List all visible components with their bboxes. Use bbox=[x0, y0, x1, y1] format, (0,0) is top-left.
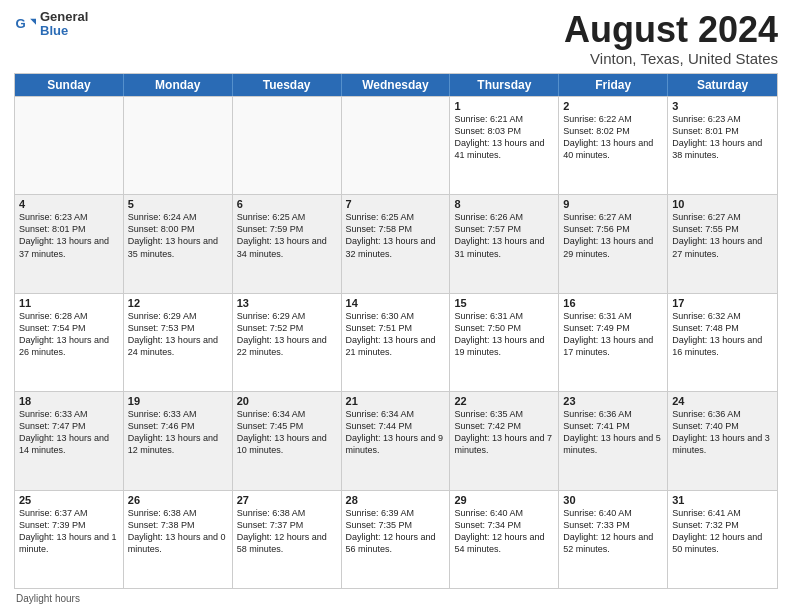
header-day-monday: Monday bbox=[124, 74, 233, 96]
day-number: 3 bbox=[672, 100, 773, 112]
calendar-cell bbox=[233, 97, 342, 194]
day-info: Sunrise: 6:34 AM Sunset: 7:44 PM Dayligh… bbox=[346, 408, 446, 457]
svg-marker-1 bbox=[30, 19, 36, 25]
day-info: Sunrise: 6:22 AM Sunset: 8:02 PM Dayligh… bbox=[563, 113, 663, 162]
calendar-cell: 14Sunrise: 6:30 AM Sunset: 7:51 PM Dayli… bbox=[342, 294, 451, 391]
day-info: Sunrise: 6:27 AM Sunset: 7:56 PM Dayligh… bbox=[563, 211, 663, 260]
day-number: 1 bbox=[454, 100, 554, 112]
calendar-cell: 10Sunrise: 6:27 AM Sunset: 7:55 PM Dayli… bbox=[668, 195, 777, 292]
day-info: Sunrise: 6:34 AM Sunset: 7:45 PM Dayligh… bbox=[237, 408, 337, 457]
day-info: Sunrise: 6:41 AM Sunset: 7:32 PM Dayligh… bbox=[672, 507, 773, 556]
calendar-cell: 25Sunrise: 6:37 AM Sunset: 7:39 PM Dayli… bbox=[15, 491, 124, 588]
page: G General Blue August 2024 Vinton, Texas… bbox=[0, 0, 792, 612]
calendar-cell: 11Sunrise: 6:28 AM Sunset: 7:54 PM Dayli… bbox=[15, 294, 124, 391]
day-info: Sunrise: 6:39 AM Sunset: 7:35 PM Dayligh… bbox=[346, 507, 446, 556]
calendar-cell: 2Sunrise: 6:22 AM Sunset: 8:02 PM Daylig… bbox=[559, 97, 668, 194]
calendar-cell: 7Sunrise: 6:25 AM Sunset: 7:58 PM Daylig… bbox=[342, 195, 451, 292]
calendar-cell bbox=[15, 97, 124, 194]
day-number: 14 bbox=[346, 297, 446, 309]
calendar-cell: 3Sunrise: 6:23 AM Sunset: 8:01 PM Daylig… bbox=[668, 97, 777, 194]
day-number: 21 bbox=[346, 395, 446, 407]
day-number: 31 bbox=[672, 494, 773, 506]
day-info: Sunrise: 6:29 AM Sunset: 7:52 PM Dayligh… bbox=[237, 310, 337, 359]
calendar-cell: 31Sunrise: 6:41 AM Sunset: 7:32 PM Dayli… bbox=[668, 491, 777, 588]
day-info: Sunrise: 6:25 AM Sunset: 7:59 PM Dayligh… bbox=[237, 211, 337, 260]
day-info: Sunrise: 6:29 AM Sunset: 7:53 PM Dayligh… bbox=[128, 310, 228, 359]
day-info: Sunrise: 6:27 AM Sunset: 7:55 PM Dayligh… bbox=[672, 211, 773, 260]
day-number: 8 bbox=[454, 198, 554, 210]
calendar-week-0: 1Sunrise: 6:21 AM Sunset: 8:03 PM Daylig… bbox=[15, 96, 777, 194]
calendar-cell: 17Sunrise: 6:32 AM Sunset: 7:48 PM Dayli… bbox=[668, 294, 777, 391]
logo-general-text: General bbox=[40, 10, 88, 24]
day-number: 25 bbox=[19, 494, 119, 506]
day-info: Sunrise: 6:38 AM Sunset: 7:38 PM Dayligh… bbox=[128, 507, 228, 556]
calendar-cell: 13Sunrise: 6:29 AM Sunset: 7:52 PM Dayli… bbox=[233, 294, 342, 391]
day-info: Sunrise: 6:37 AM Sunset: 7:39 PM Dayligh… bbox=[19, 507, 119, 556]
header-day-friday: Friday bbox=[559, 74, 668, 96]
calendar-cell: 27Sunrise: 6:38 AM Sunset: 7:37 PM Dayli… bbox=[233, 491, 342, 588]
day-info: Sunrise: 6:31 AM Sunset: 7:50 PM Dayligh… bbox=[454, 310, 554, 359]
day-number: 15 bbox=[454, 297, 554, 309]
calendar-cell: 12Sunrise: 6:29 AM Sunset: 7:53 PM Dayli… bbox=[124, 294, 233, 391]
day-number: 24 bbox=[672, 395, 773, 407]
day-info: Sunrise: 6:40 AM Sunset: 7:34 PM Dayligh… bbox=[454, 507, 554, 556]
header-day-wednesday: Wednesday bbox=[342, 74, 451, 96]
calendar-cell: 22Sunrise: 6:35 AM Sunset: 7:42 PM Dayli… bbox=[450, 392, 559, 489]
svg-text:G: G bbox=[15, 16, 25, 31]
day-info: Sunrise: 6:26 AM Sunset: 7:57 PM Dayligh… bbox=[454, 211, 554, 260]
day-info: Sunrise: 6:38 AM Sunset: 7:37 PM Dayligh… bbox=[237, 507, 337, 556]
calendar-body: 1Sunrise: 6:21 AM Sunset: 8:03 PM Daylig… bbox=[15, 96, 777, 588]
day-number: 7 bbox=[346, 198, 446, 210]
day-info: Sunrise: 6:23 AM Sunset: 8:01 PM Dayligh… bbox=[19, 211, 119, 260]
calendar-cell: 20Sunrise: 6:34 AM Sunset: 7:45 PM Dayli… bbox=[233, 392, 342, 489]
title-month: August 2024 bbox=[564, 10, 778, 50]
logo-blue-text: Blue bbox=[40, 24, 88, 38]
day-info: Sunrise: 6:40 AM Sunset: 7:33 PM Dayligh… bbox=[563, 507, 663, 556]
day-number: 10 bbox=[672, 198, 773, 210]
calendar-cell: 8Sunrise: 6:26 AM Sunset: 7:57 PM Daylig… bbox=[450, 195, 559, 292]
day-info: Sunrise: 6:30 AM Sunset: 7:51 PM Dayligh… bbox=[346, 310, 446, 359]
day-number: 27 bbox=[237, 494, 337, 506]
day-info: Sunrise: 6:28 AM Sunset: 7:54 PM Dayligh… bbox=[19, 310, 119, 359]
day-number: 22 bbox=[454, 395, 554, 407]
day-info: Sunrise: 6:23 AM Sunset: 8:01 PM Dayligh… bbox=[672, 113, 773, 162]
day-number: 17 bbox=[672, 297, 773, 309]
day-number: 26 bbox=[128, 494, 228, 506]
header-day-thursday: Thursday bbox=[450, 74, 559, 96]
calendar-cell: 15Sunrise: 6:31 AM Sunset: 7:50 PM Dayli… bbox=[450, 294, 559, 391]
day-number: 2 bbox=[563, 100, 663, 112]
logo-text: General Blue bbox=[40, 10, 88, 39]
day-number: 12 bbox=[128, 297, 228, 309]
calendar-cell: 9Sunrise: 6:27 AM Sunset: 7:56 PM Daylig… bbox=[559, 195, 668, 292]
calendar-week-3: 18Sunrise: 6:33 AM Sunset: 7:47 PM Dayli… bbox=[15, 391, 777, 489]
day-info: Sunrise: 6:31 AM Sunset: 7:49 PM Dayligh… bbox=[563, 310, 663, 359]
header-day-saturday: Saturday bbox=[668, 74, 777, 96]
calendar-cell: 16Sunrise: 6:31 AM Sunset: 7:49 PM Dayli… bbox=[559, 294, 668, 391]
calendar-cell: 19Sunrise: 6:33 AM Sunset: 7:46 PM Dayli… bbox=[124, 392, 233, 489]
footer-note: Daylight hours bbox=[14, 593, 778, 604]
calendar-cell: 1Sunrise: 6:21 AM Sunset: 8:03 PM Daylig… bbox=[450, 97, 559, 194]
calendar-week-2: 11Sunrise: 6:28 AM Sunset: 7:54 PM Dayli… bbox=[15, 293, 777, 391]
day-number: 29 bbox=[454, 494, 554, 506]
day-info: Sunrise: 6:32 AM Sunset: 7:48 PM Dayligh… bbox=[672, 310, 773, 359]
calendar-cell: 21Sunrise: 6:34 AM Sunset: 7:44 PM Dayli… bbox=[342, 392, 451, 489]
logo: G General Blue bbox=[14, 10, 88, 39]
day-info: Sunrise: 6:36 AM Sunset: 7:40 PM Dayligh… bbox=[672, 408, 773, 457]
logo-icon: G bbox=[14, 13, 36, 35]
day-number: 4 bbox=[19, 198, 119, 210]
calendar-cell: 24Sunrise: 6:36 AM Sunset: 7:40 PM Dayli… bbox=[668, 392, 777, 489]
calendar-header-row: SundayMondayTuesdayWednesdayThursdayFrid… bbox=[15, 74, 777, 96]
day-number: 18 bbox=[19, 395, 119, 407]
day-number: 16 bbox=[563, 297, 663, 309]
day-number: 30 bbox=[563, 494, 663, 506]
day-info: Sunrise: 6:33 AM Sunset: 7:47 PM Dayligh… bbox=[19, 408, 119, 457]
calendar-cell: 29Sunrise: 6:40 AM Sunset: 7:34 PM Dayli… bbox=[450, 491, 559, 588]
header-day-sunday: Sunday bbox=[15, 74, 124, 96]
day-info: Sunrise: 6:24 AM Sunset: 8:00 PM Dayligh… bbox=[128, 211, 228, 260]
day-info: Sunrise: 6:33 AM Sunset: 7:46 PM Dayligh… bbox=[128, 408, 228, 457]
calendar-cell: 23Sunrise: 6:36 AM Sunset: 7:41 PM Dayli… bbox=[559, 392, 668, 489]
header: G General Blue August 2024 Vinton, Texas… bbox=[14, 10, 778, 67]
calendar-cell: 6Sunrise: 6:25 AM Sunset: 7:59 PM Daylig… bbox=[233, 195, 342, 292]
day-number: 19 bbox=[128, 395, 228, 407]
calendar: SundayMondayTuesdayWednesdayThursdayFrid… bbox=[14, 73, 778, 589]
